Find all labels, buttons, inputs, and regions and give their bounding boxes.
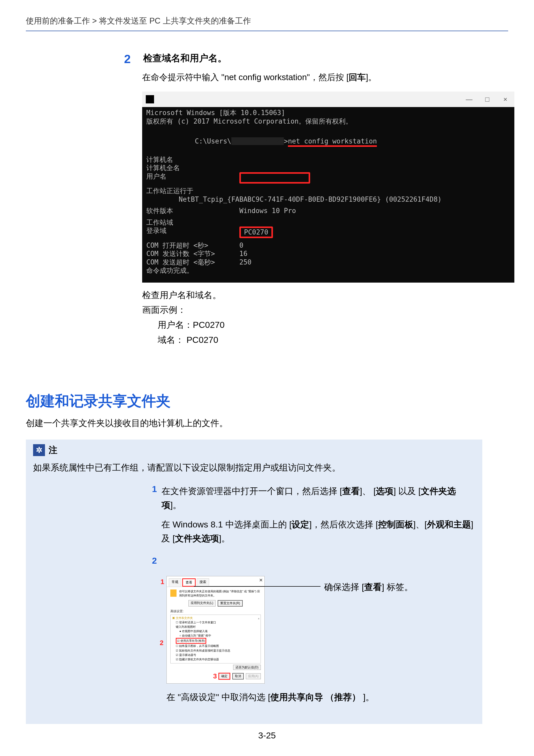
tree-item[interactable]: 登录时还原上一个文件夹窗口 xyxy=(172,620,259,625)
prompt-suffix: > xyxy=(284,137,288,145)
terminal-line: 版权所有 (c) 2017 Microsoft Corporation。保留所有… xyxy=(146,117,510,126)
step-subtext: 在 Windows 8.1 中选择桌面上的 [设定]，然后依次选择 [控制面板]… xyxy=(161,517,475,546)
text-bold: 选项 xyxy=(376,486,393,496)
tab-search[interactable]: 搜索 xyxy=(197,579,209,587)
tab-general[interactable]: 常规 xyxy=(169,579,181,587)
step-number: 1 xyxy=(152,484,157,494)
ok-button[interactable]: 确定 xyxy=(218,673,230,680)
example-domain: 域名： PC0270 xyxy=(142,333,482,347)
text: ]。 xyxy=(219,533,230,543)
step-2: 2 检查域名和用户名。 在命令提示符中输入 "net config workst… xyxy=(124,52,482,347)
terminal-prompt-line: C:\Users\xxxxxxxxxxxxx>net config workst… xyxy=(146,128,510,155)
value: 0 xyxy=(239,241,244,250)
callout-marker-1: 1 xyxy=(161,578,164,586)
value: 16 xyxy=(239,250,247,258)
use-sharing-wizard-checkbox[interactable]: 使用共享向导(推荐) xyxy=(176,638,206,644)
close-icon[interactable]: ✕ xyxy=(259,577,263,583)
terminal-line: Microsoft Windows [版本 10.0.15063] xyxy=(146,109,510,117)
callout-marker-2: 2 xyxy=(160,637,163,648)
note-block: ✲ 注 如果系统属性中已有工作组，请配置以下设定以限制指定用户或组访问文件夹。 … xyxy=(26,440,482,724)
label: 软件版本 xyxy=(146,206,239,215)
folder-options-dialog: ✕ 1 常规 查看 搜索 你可以将该文件夹正在使用的视图 (例如 "详细信息" … xyxy=(167,576,265,683)
terminal-output: Microsoft Windows [版本 10.0.15063] 版权所有 (… xyxy=(142,107,514,283)
domain-highlight: PC0270 xyxy=(239,227,273,238)
tree-item[interactable]: 显示驱动器号 xyxy=(172,653,259,657)
section-subtext: 创建一个共享文件夹以接收目的地计算机上的文件。 xyxy=(26,417,482,429)
text: 画面示例： xyxy=(142,303,482,317)
label-domain: 工作站域 xyxy=(146,218,239,227)
tree-radio[interactable]: 在视图中选择键入项 xyxy=(172,629,259,634)
text: 在 Windows 8.1 中选择桌面上的 [ xyxy=(161,520,292,529)
text-bold: 文件夹选项 xyxy=(175,533,219,543)
note-text: 如果系统属性中已有工作组，请配置以下设定以限制指定用户或组访问文件夹。 xyxy=(33,462,475,474)
tab-view[interactable]: 查看 xyxy=(182,579,196,587)
post-screenshot-text: 检查用户名和域名。 画面示例： 用户名：PC0270 域名： PC0270 xyxy=(142,288,482,347)
label: 工作站正运行于 xyxy=(146,187,510,195)
text: ]、[ xyxy=(413,520,427,529)
cmd-icon xyxy=(146,95,154,103)
label-logon-domain: 登录域 xyxy=(146,227,239,238)
text: ]。 xyxy=(360,692,374,702)
text: 确保选择 [ xyxy=(324,582,364,592)
step-body: 在命令提示符中输入 "net config workstation"，然后按 [… xyxy=(142,70,482,84)
apply-button[interactable]: 应用(A) xyxy=(246,673,261,679)
tree-item: 键入列表视图时 xyxy=(172,625,259,629)
note-step-1: 1 在文件资源管理器中打开一个窗口，然后选择 [查看]、 [选项] 以及 [文件… xyxy=(152,484,475,512)
prompt-path: C:\Users\ xyxy=(195,137,231,145)
note-icon: ✲ xyxy=(33,444,45,456)
label: 计算机名 xyxy=(146,155,239,164)
label: COM 打开超时 <秒> xyxy=(146,241,239,250)
tree-item[interactable]: 隐藏计算机文件夹中的空驱动器 xyxy=(172,657,259,662)
label: COM 发送计数 <字节> xyxy=(146,250,239,258)
command-prompt-screenshot: — □ × Microsoft Windows [版本 10.0.15063] … xyxy=(142,92,514,283)
tree-item[interactable]: 始终显示图标，从不显示缩略图 xyxy=(172,644,259,648)
folder-icon xyxy=(170,589,176,597)
restore-defaults-button[interactable]: 还原为默认值(D) xyxy=(233,665,261,670)
scrollbar-up-icon[interactable]: ▲ xyxy=(257,616,260,621)
section-heading: 创建和记录共享文件夹 xyxy=(26,392,482,411)
text-bold: 设定 xyxy=(292,520,309,529)
folder-options-figure: ✕ 1 常规 查看 搜索 你可以将该文件夹正在使用的视图 (例如 "详细信息" … xyxy=(167,576,475,683)
dialog-section-text: 你可以将该文件夹正在使用的视图 (例如 "详细信息" 或 "图标") 应用到所有… xyxy=(179,589,261,598)
command-highlight: net config workstation xyxy=(288,137,377,147)
label: COM 发送超时 <毫秒> xyxy=(146,258,239,267)
step-title: 检查域名和用户名。 xyxy=(143,52,227,65)
text: ]。 xyxy=(366,72,377,82)
step-number: 2 xyxy=(124,52,142,66)
text: "，然后按 [ xyxy=(307,72,349,82)
text: ]，然后依次选择 [ xyxy=(309,520,378,529)
page-number: 3-25 xyxy=(0,730,534,741)
label: 计算机全名 xyxy=(146,164,239,172)
text-bold: 外观和主题 xyxy=(427,520,471,529)
cancel-button[interactable]: 取消 xyxy=(232,673,244,680)
username-highlight xyxy=(239,172,310,184)
minimize-button[interactable]: — xyxy=(460,92,478,107)
tree-radio[interactable]: 自动键入到 "搜索" 框中 xyxy=(172,634,259,638)
advanced-settings-label: 高级设置: xyxy=(167,609,264,613)
note-title: 注 xyxy=(49,444,57,456)
maximize-button[interactable]: □ xyxy=(478,92,496,107)
text-key: 回车 xyxy=(349,72,366,82)
text: ] 以及 [ xyxy=(393,486,421,496)
text-bold: 控制面板 xyxy=(378,520,413,529)
text: ] 标签。 xyxy=(382,582,413,592)
text: 在命令提示符中输入 " xyxy=(142,72,224,82)
reset-folders-button[interactable]: 重置文件夹(R) xyxy=(218,600,243,607)
apply-to-folders-button[interactable]: 应用到文件夹(L) xyxy=(188,600,216,607)
advanced-settings-tree[interactable]: 2 ▲ ▣ 文件和文件夹 登录时还原上一个文件夹窗口 键入列表视图时 在视图中选… xyxy=(170,614,261,663)
close-button[interactable]: × xyxy=(496,92,514,107)
text: 检查用户名和域名。 xyxy=(142,288,482,303)
dialog-tabs: 常规 查看 搜索 xyxy=(167,576,264,587)
label-username: 用户名 xyxy=(146,172,239,184)
text: ]、 [ xyxy=(360,486,376,496)
example-username: 用户名：PC0270 xyxy=(142,317,482,333)
tree-item[interactable]: 鼠标指向文件夹和桌面项时显示提示信息 xyxy=(172,648,259,653)
text-bold: 查看 xyxy=(364,582,382,592)
text-bold: 查看 xyxy=(342,486,360,496)
text: net config workstation xyxy=(224,72,307,82)
callout-marker-3: 3 xyxy=(213,672,217,680)
value: Windows 10 Pro xyxy=(239,206,296,215)
step-text: 在文件资源管理器中打开一个窗口，然后选择 [查看]、 [选项] 以及 [文件夹选… xyxy=(162,484,475,512)
breadcrumb: 使用前的准备工作 > 将文件发送至 PC 上共享文件夹的准备工作 xyxy=(26,10,508,29)
post-figure-text: 在 "高级设定" 中取消勾选 [使用共享向导 （推荐） ]。 xyxy=(167,691,475,703)
